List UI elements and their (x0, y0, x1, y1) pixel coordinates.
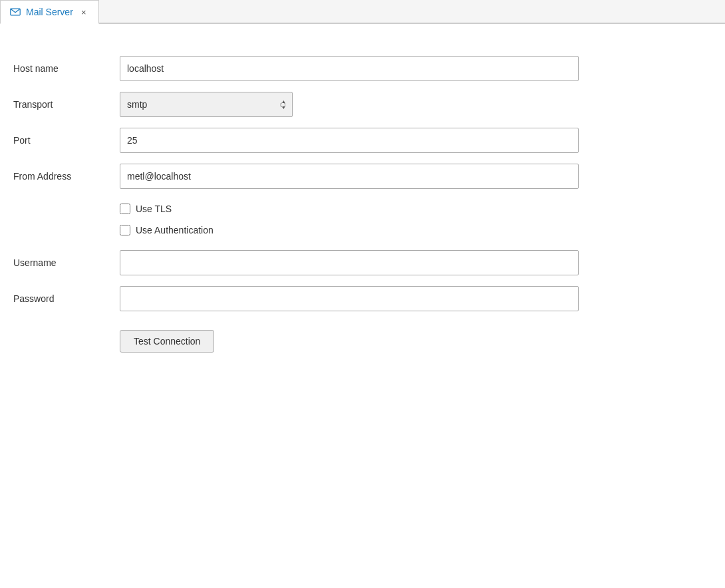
content-area: Host name Transport smtp sendmail mail (0, 24, 725, 384)
use-auth-row: Use Authentication (120, 221, 579, 239)
username-input[interactable] (120, 250, 579, 275)
transport-label: Transport (13, 86, 120, 122)
tab-mail-server[interactable]: Mail Server × (0, 0, 99, 24)
hostname-input[interactable] (120, 56, 579, 81)
hostname-label: Host name (13, 51, 120, 86)
use-auth-checkbox[interactable] (120, 225, 130, 235)
tab-close-button[interactable]: × (78, 7, 89, 17)
password-input[interactable] (120, 286, 579, 311)
transport-select[interactable]: smtp sendmail mail (120, 92, 293, 117)
tab-filler (99, 0, 725, 23)
from-address-field (120, 158, 579, 194)
port-input[interactable] (120, 128, 579, 153)
from-address-input[interactable] (120, 164, 579, 189)
mail-server-form: Host name Transport smtp sendmail mail (13, 51, 532, 358)
from-address-label: From Address (13, 158, 120, 194)
port-field (120, 122, 579, 158)
password-label: Password (13, 281, 120, 317)
test-button-container: Test Connection (120, 317, 579, 358)
tab-label: Mail Server (26, 7, 73, 17)
checkboxes-spacer (13, 194, 120, 245)
password-field (120, 281, 579, 317)
hostname-field (120, 51, 579, 86)
use-auth-label[interactable]: Use Authentication (136, 225, 214, 235)
test-btn-spacer (13, 317, 120, 358)
use-tls-row: Use TLS (120, 200, 579, 218)
tab-bar: Mail Server × (0, 0, 725, 24)
checkboxes-group: Use TLS Use Authentication (120, 194, 579, 245)
use-tls-checkbox[interactable] (120, 204, 130, 214)
username-field (120, 245, 579, 281)
transport-field: smtp sendmail mail (120, 86, 579, 122)
port-label: Port (13, 122, 120, 158)
test-connection-button[interactable]: Test Connection (120, 330, 214, 353)
mail-icon (10, 8, 21, 16)
use-tls-label[interactable]: Use TLS (136, 204, 172, 214)
transport-select-wrapper: smtp sendmail mail (120, 92, 293, 117)
username-label: Username (13, 245, 120, 281)
